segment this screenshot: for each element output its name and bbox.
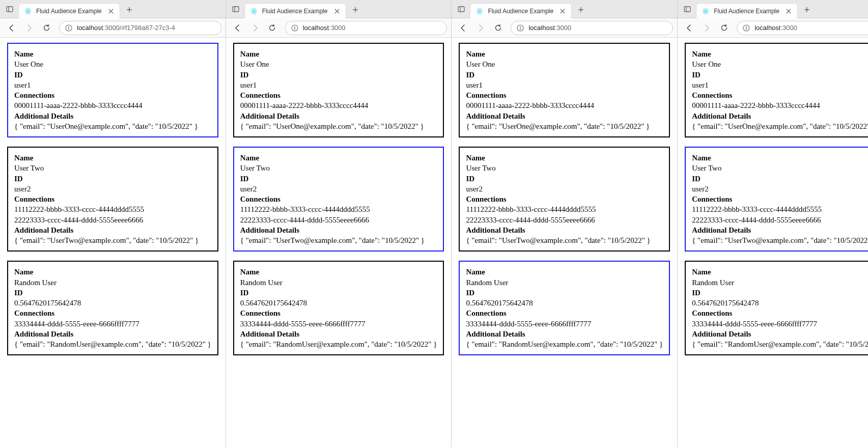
details-label: Additional Details bbox=[14, 111, 211, 121]
user-card[interactable]: NameUser TwoIDuser2Connections11112222-b… bbox=[233, 147, 444, 252]
info-icon[interactable] bbox=[742, 24, 750, 32]
id-value: user1 bbox=[14, 80, 211, 90]
user-card[interactable]: NameUser TwoIDuser2Connections11112222-b… bbox=[459, 147, 670, 252]
tab-actions-icon[interactable] bbox=[3, 3, 16, 16]
connection-id: 22223333-cccc-4444-dddd-5555eeee6666 bbox=[692, 215, 868, 225]
name-value: Random User bbox=[692, 277, 868, 288]
connections-label: Connections bbox=[14, 90, 211, 100]
name-value: User One bbox=[466, 59, 663, 69]
user-card[interactable]: NameUser TwoIDuser2Connections11112222-b… bbox=[685, 147, 868, 252]
id-label: ID bbox=[466, 288, 663, 298]
browser-tab[interactable]: Fluid Audience Example bbox=[696, 3, 798, 18]
back-button[interactable] bbox=[4, 20, 19, 36]
tab-actions-icon[interactable] bbox=[455, 3, 468, 16]
user-card[interactable]: NameUser OneIDuser1Connections00001111-a… bbox=[7, 43, 218, 137]
details-label: Additional Details bbox=[466, 225, 663, 235]
details-value: { "email": "UserOne@example.com", "date"… bbox=[692, 121, 868, 131]
details-label: Additional Details bbox=[240, 329, 437, 339]
name-value: User Two bbox=[466, 163, 663, 173]
browser-window: Fluid Audience Examplelocalhost:3000Name… bbox=[226, 0, 452, 447]
refresh-button[interactable] bbox=[716, 20, 732, 36]
back-button[interactable] bbox=[230, 20, 245, 36]
browser-tab[interactable]: Fluid Audience Example bbox=[18, 3, 120, 18]
name-label: Name bbox=[466, 153, 663, 163]
info-icon[interactable] bbox=[291, 24, 299, 32]
id-value: 0.5647620175642478 bbox=[240, 298, 437, 308]
details-label: Additional Details bbox=[240, 111, 437, 121]
new-tab-button[interactable] bbox=[574, 3, 588, 17]
react-favicon-icon bbox=[475, 7, 484, 15]
user-card[interactable]: NameRandom UserID0.5647620175642478Conne… bbox=[7, 261, 218, 355]
svg-point-24 bbox=[294, 26, 295, 27]
details-label: Additional Details bbox=[692, 329, 868, 339]
details-label: Additional Details bbox=[14, 329, 211, 339]
address-bar[interactable]: localhost:3000/#f1798a87-27c3-4 bbox=[59, 21, 221, 35]
back-button[interactable] bbox=[682, 20, 697, 36]
new-tab-button[interactable] bbox=[348, 3, 362, 17]
id-label: ID bbox=[14, 70, 211, 80]
address-bar[interactable]: localhost:3000 bbox=[737, 21, 868, 35]
id-value: 0.5647620175642478 bbox=[14, 298, 211, 308]
name-value: Random User bbox=[240, 277, 437, 288]
address-bar[interactable]: localhost:3000 bbox=[511, 21, 673, 35]
close-tab-icon[interactable] bbox=[785, 8, 792, 15]
connection-id: 33334444-dddd-5555-eeee-6666ffff7777 bbox=[692, 319, 868, 329]
user-card[interactable]: NameUser OneIDuser1Connections00001111-a… bbox=[459, 43, 670, 137]
react-favicon-icon bbox=[24, 7, 32, 15]
details-value: { "email": "UserOne@example.com", "date"… bbox=[14, 121, 211, 131]
tab-bar: Fluid Audience Example bbox=[678, 0, 868, 18]
name-label: Name bbox=[240, 267, 437, 277]
tab-actions-icon[interactable] bbox=[681, 3, 694, 16]
close-tab-icon[interactable] bbox=[107, 8, 115, 15]
react-favicon-icon bbox=[702, 7, 710, 15]
details-label: Additional Details bbox=[692, 111, 868, 121]
close-tab-icon[interactable] bbox=[559, 8, 566, 15]
connection-id: 00001111-aaaa-2222-bbbb-3333cccc4444 bbox=[692, 100, 868, 110]
forward-button[interactable] bbox=[247, 20, 263, 36]
refresh-button[interactable] bbox=[39, 20, 54, 36]
info-icon[interactable] bbox=[65, 24, 73, 32]
details-label: Additional Details bbox=[692, 225, 868, 235]
svg-rect-13 bbox=[233, 7, 239, 12]
connection-id: 33334444-dddd-5555-eeee-6666ffff7777 bbox=[466, 319, 663, 329]
close-tab-icon[interactable] bbox=[333, 8, 341, 15]
id-label: ID bbox=[240, 174, 437, 184]
refresh-button[interactable] bbox=[490, 20, 506, 36]
tab-bar: Fluid Audience Example bbox=[226, 0, 452, 18]
url-text: localhost:3000 bbox=[303, 24, 346, 32]
details-value: { "email": "RandomUser@example.com", "da… bbox=[692, 339, 868, 349]
name-label: Name bbox=[466, 49, 663, 59]
forward-button[interactable] bbox=[699, 20, 714, 36]
id-value: user2 bbox=[14, 184, 211, 194]
user-card[interactable]: NameUser OneIDuser1Connections00001111-a… bbox=[233, 43, 444, 137]
name-value: User One bbox=[692, 59, 868, 69]
user-card[interactable]: NameRandom UserID0.5647620175642478Conne… bbox=[233, 261, 444, 355]
user-card[interactable]: NameUser OneIDuser1Connections00001111-a… bbox=[685, 43, 868, 137]
address-bar[interactable]: localhost:3000 bbox=[285, 21, 447, 35]
user-card[interactable]: NameUser TwoIDuser2Connections11112222-b… bbox=[7, 147, 218, 252]
connection-id: 11112222-bbbb-3333-cccc-4444dddd5555 bbox=[692, 204, 868, 214]
tab-actions-icon[interactable] bbox=[229, 3, 242, 16]
name-label: Name bbox=[14, 267, 211, 277]
connection-id: 11112222-bbbb-3333-cccc-4444dddd5555 bbox=[240, 204, 437, 214]
user-card[interactable]: NameRandom UserID0.5647620175642478Conne… bbox=[459, 261, 670, 355]
name-value: Random User bbox=[14, 277, 211, 288]
user-card[interactable]: NameRandom UserID0.5647620175642478Conne… bbox=[685, 261, 868, 355]
id-value: 0.5647620175642478 bbox=[466, 298, 663, 308]
browser-tab[interactable]: Fluid Audience Example bbox=[470, 3, 572, 18]
id-label: ID bbox=[692, 70, 868, 80]
new-tab-button[interactable] bbox=[122, 3, 136, 17]
url-text: localhost:3000 bbox=[754, 24, 797, 32]
refresh-button[interactable] bbox=[265, 20, 280, 36]
tab-title: Fluid Audience Example bbox=[488, 8, 555, 15]
new-tab-button[interactable] bbox=[800, 3, 814, 17]
info-icon[interactable] bbox=[516, 24, 524, 32]
tab-bar: Fluid Audience Example bbox=[452, 0, 677, 18]
forward-button[interactable] bbox=[21, 20, 37, 36]
toolbar: localhost:3000/#f1798a87-27c3-4 bbox=[0, 18, 226, 38]
back-button[interactable] bbox=[456, 20, 471, 36]
forward-button[interactable] bbox=[473, 20, 488, 36]
browser-tab[interactable]: Fluid Audience Example bbox=[244, 3, 346, 18]
connections-label: Connections bbox=[692, 90, 868, 100]
tab-title: Fluid Audience Example bbox=[714, 8, 781, 15]
